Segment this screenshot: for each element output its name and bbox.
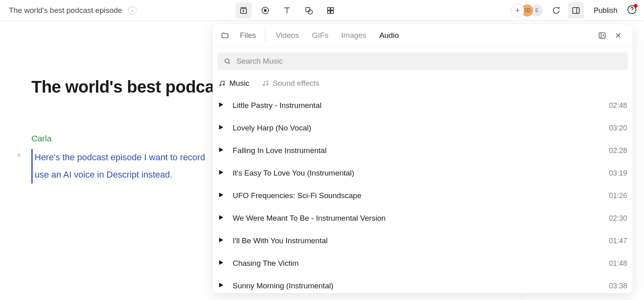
- track-duration: 01:48: [609, 259, 627, 268]
- track-row[interactable]: It's Easy To Love You (Instrumental)03:1…: [218, 162, 627, 184]
- toolbar: The world's best podcast episode ED E: [0, 0, 644, 21]
- svg-point-17: [266, 84, 267, 85]
- track-name: Falling In Love Instrumental: [233, 146, 600, 155]
- svg-rect-3: [306, 8, 310, 12]
- center-tools: [235, 0, 339, 21]
- track-duration: 03:19: [609, 169, 627, 178]
- play-icon[interactable]: [218, 215, 224, 222]
- track-name: I'll Be With You Instrumental: [233, 236, 600, 245]
- track-row[interactable]: UFO Frequencies: Sci-Fi Soundscape01:26: [218, 184, 627, 207]
- svg-point-16: [263, 85, 264, 86]
- collapse-icon[interactable]: [595, 28, 609, 43]
- track-duration: 02:30: [609, 214, 627, 223]
- panel-tabs: Files Videos GIFs Images Audio: [213, 24, 633, 47]
- track-duration: 02:48: [609, 101, 627, 110]
- tab-images[interactable]: Images: [336, 29, 372, 42]
- sync-status-icon: [128, 6, 136, 14]
- tab-audio[interactable]: Audio: [374, 29, 405, 42]
- search-input[interactable]: [236, 57, 621, 66]
- sound-effects-icon: [262, 80, 269, 87]
- script-line: Here's the podcast episode I want to rec…: [35, 152, 205, 162]
- track-name: Little Pastry - Instrumental: [233, 101, 600, 110]
- media-tool-icon[interactable]: [235, 2, 252, 19]
- music-icon: [218, 80, 225, 87]
- shapes-tool-icon[interactable]: [301, 2, 317, 19]
- add-block-icon[interactable]: [14, 151, 23, 159]
- play-icon[interactable]: [218, 260, 224, 267]
- close-icon[interactable]: [611, 28, 625, 43]
- media-panel: Files Videos GIFs Images Audio Music Sou…: [213, 24, 633, 293]
- category-music[interactable]: Music: [218, 79, 250, 88]
- play-icon[interactable]: [218, 102, 224, 109]
- track-row[interactable]: Falling In Love Instrumental02:28: [218, 139, 627, 162]
- svg-point-11: [632, 11, 632, 12]
- track-row[interactable]: We Were Meant To Be - Instrumental Versi…: [218, 207, 627, 230]
- play-icon[interactable]: [218, 192, 224, 199]
- tab-videos[interactable]: Videos: [270, 29, 305, 42]
- play-icon[interactable]: [218, 170, 224, 177]
- track-name: Chasing The Victim: [233, 259, 600, 268]
- category-label: Sound effects: [273, 79, 320, 88]
- track-list: Little Pastry - Instrumental02:48Lovely …: [213, 92, 633, 293]
- track-name: UFO Frequencies: Sci-Fi Soundscape: [233, 191, 600, 200]
- search-icon: [224, 58, 231, 65]
- svg-point-4: [308, 10, 312, 14]
- track-name: Lovely Harp (No Vocal): [233, 124, 600, 132]
- svg-rect-8: [331, 11, 333, 13]
- category-label: Music: [229, 79, 250, 88]
- track-duration: 03:38: [609, 282, 627, 290]
- notification-dot: [634, 4, 638, 8]
- add-collaborator-button[interactable]: [511, 4, 524, 17]
- search-box[interactable]: [217, 52, 628, 70]
- track-duration: 02:28: [609, 147, 627, 155]
- category-sound-effects[interactable]: Sound effects: [262, 79, 320, 88]
- svg-point-15: [223, 84, 224, 85]
- svg-point-14: [220, 85, 221, 86]
- track-row[interactable]: Sunny Morning (Instrumental)03:38: [218, 275, 627, 293]
- play-icon[interactable]: [218, 237, 224, 244]
- svg-rect-9: [573, 8, 580, 14]
- record-tool-icon[interactable]: [257, 2, 273, 19]
- track-row[interactable]: Lovely Harp (No Vocal)03:20: [218, 117, 627, 139]
- track-row[interactable]: Little Pastry - Instrumental02:48: [218, 94, 627, 117]
- track-duration: 01:47: [609, 237, 627, 245]
- collaborator-stack: ED E: [511, 4, 544, 17]
- svg-point-2: [264, 9, 266, 12]
- publish-button[interactable]: Publish: [588, 6, 623, 15]
- tab-files[interactable]: Files: [234, 29, 265, 42]
- document-title[interactable]: The world's best podcast episode: [9, 6, 122, 15]
- title-group: The world's best podcast episode: [9, 6, 136, 15]
- category-row: Music Sound effects: [213, 70, 633, 92]
- panel-toggle-icon[interactable]: [568, 2, 584, 19]
- apps-tool-icon[interactable]: [322, 2, 339, 19]
- right-tools: ED E Publish: [511, 0, 637, 21]
- search-row: [213, 47, 633, 70]
- text-tool-icon[interactable]: [279, 2, 295, 19]
- track-duration: 01:26: [609, 192, 627, 200]
- svg-rect-6: [331, 8, 333, 10]
- track-name: We Were Meant To Be - Instrumental Versi…: [233, 214, 600, 223]
- track-name: Sunny Morning (Instrumental): [233, 281, 600, 290]
- svg-point-13: [225, 59, 229, 63]
- play-icon[interactable]: [218, 282, 224, 290]
- play-icon[interactable]: [218, 147, 224, 154]
- svg-rect-12: [599, 33, 605, 38]
- track-row[interactable]: Chasing The Victim01:48: [218, 252, 627, 275]
- track-duration: 03:20: [609, 124, 627, 132]
- svg-rect-5: [328, 8, 330, 10]
- track-name: It's Easy To Love You (Instrumental): [233, 169, 600, 178]
- tab-gifs[interactable]: GIFs: [306, 29, 334, 42]
- help-icon[interactable]: [627, 5, 637, 16]
- play-icon[interactable]: [218, 124, 224, 132]
- track-row[interactable]: I'll Be With You Instrumental01:47: [218, 230, 627, 252]
- comments-icon[interactable]: [548, 2, 564, 19]
- folder-icon: [220, 30, 230, 41]
- svg-rect-7: [328, 11, 330, 13]
- script-line: use an AI voice in Descript instead.: [35, 170, 172, 180]
